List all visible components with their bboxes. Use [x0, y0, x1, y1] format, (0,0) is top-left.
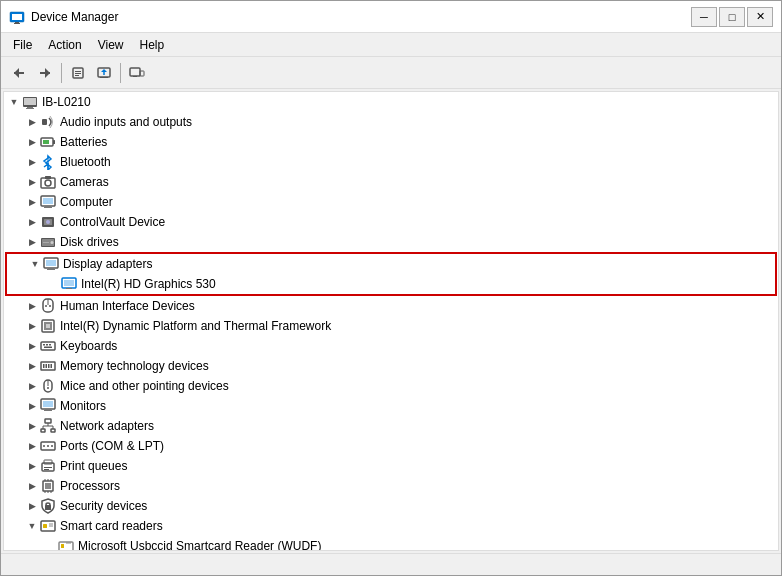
svg-rect-32 [43, 198, 53, 204]
device-tree[interactable]: ▼ IB-L0210 ▶ Audio inputs [3, 91, 779, 551]
svg-rect-13 [100, 77, 108, 78]
tree-item-ms-smartcard[interactable]: ▶ Microsoft Usbccid Smartcard Reader (WU… [4, 536, 778, 551]
security-label: Security devices [60, 499, 147, 513]
tree-item-intel-platform[interactable]: ▶ Intel(R) Dynamic Platform and Thermal … [4, 316, 778, 336]
tree-item-network[interactable]: ▶ Network adapters [4, 416, 778, 436]
svg-rect-45 [47, 269, 55, 270]
svg-point-82 [47, 445, 49, 447]
menu-help[interactable]: Help [132, 36, 173, 54]
tree-item-hid[interactable]: ▶ Human Interface Devices [4, 296, 778, 316]
minimize-button[interactable]: ─ [691, 7, 717, 27]
tree-item-memory[interactable]: ▶ Memory technology devices [4, 356, 778, 376]
batteries-expand-icon[interactable]: ▶ [24, 134, 40, 150]
controlvault-expand-icon[interactable]: ▶ [24, 214, 40, 230]
intel-platform-label: Intel(R) Dynamic Platform and Thermal Fr… [60, 319, 331, 333]
controlvault-icon [40, 214, 56, 230]
tree-item-cameras[interactable]: ▶ Cameras [4, 172, 778, 192]
batteries-icon [40, 134, 56, 150]
smartcard-expand-icon[interactable]: ▼ [24, 518, 40, 534]
tree-item-smartcard[interactable]: ▼ Smart card readers [4, 516, 778, 536]
device-manager-window: Device Manager ─ □ ✕ File Action View He… [0, 0, 782, 576]
tree-item-intel-hd[interactable]: ▶ Intel(R) HD Graphics 530 [7, 274, 775, 294]
mice-expand-icon[interactable]: ▶ [24, 378, 40, 394]
tree-item-security[interactable]: ▶ Security devices [4, 496, 778, 516]
memory-icon [40, 358, 56, 374]
printqueues-expand-icon[interactable]: ▶ [24, 458, 40, 474]
tree-item-monitors[interactable]: ▶ Monitors [4, 396, 778, 416]
svg-rect-30 [45, 176, 51, 179]
back-button[interactable] [7, 61, 31, 85]
svg-point-52 [49, 305, 51, 307]
bluetooth-icon [40, 154, 56, 170]
keyboards-label: Keyboards [60, 339, 117, 353]
ports-expand-icon[interactable]: ▶ [24, 438, 40, 454]
diskdrives-expand-icon[interactable]: ▶ [24, 234, 40, 250]
svg-rect-44 [48, 268, 54, 269]
properties-button[interactable] [66, 61, 90, 85]
network-expand-icon[interactable]: ▶ [24, 418, 40, 434]
tree-item-diskdrives[interactable]: ▶ Disk drives [4, 232, 778, 252]
close-button[interactable]: ✕ [747, 7, 773, 27]
tree-item-ports[interactable]: ▶ Ports (COM & LPT) [4, 436, 778, 456]
tree-item-mice[interactable]: ▶ Mice and other pointing devices [4, 376, 778, 396]
maximize-button[interactable]: □ [719, 7, 745, 27]
intel-platform-expand-icon[interactable]: ▶ [24, 318, 40, 334]
menu-view[interactable]: View [90, 36, 132, 54]
update-driver-button[interactable] [92, 61, 116, 85]
svg-marker-15 [101, 69, 107, 72]
audio-icon [40, 114, 56, 130]
svg-rect-10 [75, 73, 81, 74]
toolbar [1, 57, 781, 89]
ports-label: Ports (COM & LPT) [60, 439, 164, 453]
tree-item-computer[interactable]: ▶ Computer [4, 192, 778, 212]
svg-rect-33 [45, 206, 51, 207]
svg-rect-11 [75, 75, 79, 76]
menu-action[interactable]: Action [40, 36, 89, 54]
menu-file[interactable]: File [5, 36, 40, 54]
displayadapters-icon [43, 256, 59, 272]
processors-expand-icon[interactable]: ▶ [24, 478, 40, 494]
svg-rect-34 [44, 207, 52, 208]
ms-smartcard-icon [58, 538, 74, 551]
tree-item-processors[interactable]: ▶ Processors [4, 476, 778, 496]
memory-label: Memory technology devices [60, 359, 209, 373]
cameras-icon [40, 174, 56, 190]
tree-item-bluetooth[interactable]: ▶ Bluetooth [4, 152, 778, 172]
tree-item-displayadapters[interactable]: ▼ Display adapters [7, 254, 775, 274]
tree-root-item[interactable]: ▼ IB-L0210 [4, 92, 778, 112]
security-icon [40, 498, 56, 514]
svg-rect-72 [44, 410, 52, 411]
tree-item-controlvault[interactable]: ▶ ControlVault Device [4, 212, 778, 232]
root-expand-icon[interactable]: ▼ [6, 94, 22, 110]
bluetooth-expand-icon[interactable]: ▶ [24, 154, 40, 170]
computer-expand-icon[interactable]: ▶ [24, 194, 40, 210]
window-controls: ─ □ ✕ [691, 7, 773, 27]
tree-item-batteries[interactable]: ▶ Batteries [4, 132, 778, 152]
toolbar-separator-2 [120, 63, 121, 83]
svg-rect-20 [24, 98, 36, 105]
monitors-expand-icon[interactable]: ▶ [24, 398, 40, 414]
root-label: IB-L0210 [42, 95, 91, 109]
audio-expand-icon[interactable]: ▶ [24, 114, 40, 130]
security-expand-icon[interactable]: ▶ [24, 498, 40, 514]
forward-button[interactable] [33, 61, 57, 85]
show-devices-button[interactable] [125, 61, 149, 85]
smartcard-icon [40, 518, 56, 534]
hid-expand-icon[interactable]: ▶ [24, 298, 40, 314]
svg-rect-55 [46, 324, 50, 328]
hid-label: Human Interface Devices [60, 299, 195, 313]
displayadapters-expand-icon[interactable]: ▼ [27, 256, 43, 272]
svg-rect-56 [41, 342, 55, 350]
memory-expand-icon[interactable]: ▶ [24, 358, 40, 374]
tree-item-keyboards[interactable]: ▶ Keyboards [4, 336, 778, 356]
tree-item-printqueues[interactable]: ▶ Print queues [4, 456, 778, 476]
cameras-expand-icon[interactable]: ▶ [24, 174, 40, 190]
tree-item-audio[interactable]: ▶ Audio inputs and outputs [4, 112, 778, 132]
mice-label: Mice and other pointing devices [60, 379, 229, 393]
svg-rect-48 [66, 288, 72, 289]
svg-rect-87 [44, 469, 49, 470]
svg-rect-23 [42, 119, 47, 125]
keyboards-expand-icon[interactable]: ▶ [24, 338, 40, 354]
svg-rect-59 [49, 344, 51, 346]
svg-point-68 [47, 387, 49, 389]
